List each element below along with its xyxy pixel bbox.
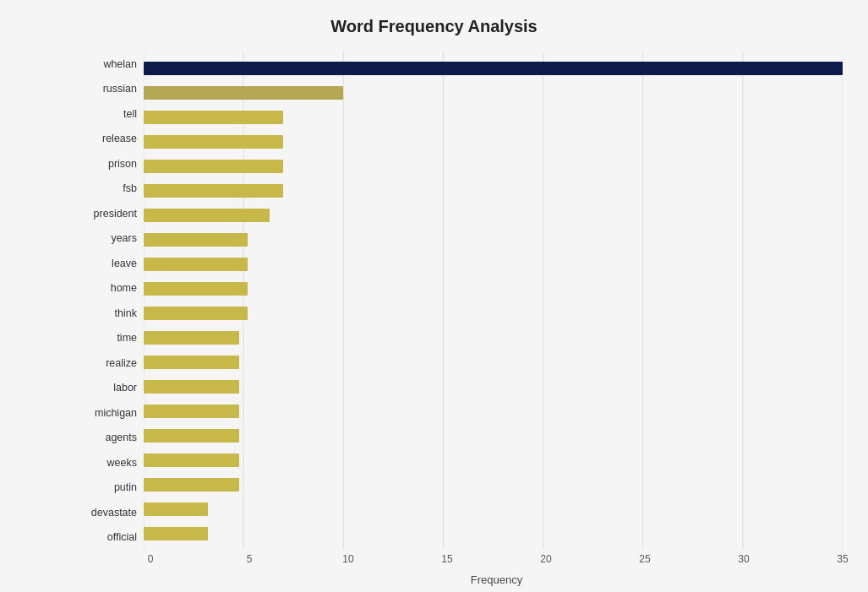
bar-item-fsb [144,182,843,199]
bar-item-tell [144,109,843,126]
y-label-leave: leave [76,258,137,269]
y-label-fsb: fsb [76,183,137,194]
chart-container: Word Frequency Analysis whelanrussiantel… [0,0,868,592]
bar-item-years [144,231,843,248]
y-label-russian: russian [76,84,137,95]
chart-plot-area [144,52,843,550]
x-tick-30: 30 [738,553,749,565]
bar-item-putin [144,476,843,493]
y-label-home: home [76,283,137,294]
y-label-official: official [76,532,137,543]
bar-fill-think [144,307,248,320]
bar-item-time [144,329,843,346]
y-label-president: president [76,209,137,220]
bar-fill-weeks [144,454,239,467]
bar-fill-agents [144,429,239,443]
x-tick-10: 10 [342,553,353,565]
y-label-think: think [76,308,137,319]
x-tick-20: 20 [540,553,551,565]
bar-fill-michigan [144,405,239,418]
bar-fill-home [144,282,248,296]
bar-fill-putin [144,478,239,492]
x-tick-15: 15 [441,553,452,565]
x-axis: 05101520253035 Frequency [76,553,843,586]
bar-item-weeks [144,452,843,469]
bar-item-prison [144,158,843,175]
bar-fill-tell [144,111,283,124]
x-tick-35: 35 [837,553,848,565]
bar-item-official [144,525,843,542]
x-axis-label: Frequency [150,573,843,586]
bar-fill-time [144,331,239,345]
bar-item-leave [144,256,843,273]
y-axis-labels: whelanrussiantellreleaseprisonfsbpreside… [76,52,144,550]
bar-item-devastate [144,501,843,518]
bar-fill-labor [144,380,239,394]
bar-item-think [144,305,843,322]
y-label-michigan: michigan [76,408,137,419]
bar-item-agents [144,427,843,444]
bar-fill-leave [144,258,248,271]
bar-item-labor [144,378,843,395]
x-tick-5: 5 [247,553,253,565]
y-label-devastate: devastate [76,508,137,519]
bar-item-release [144,133,843,150]
bar-fill-fsb [144,184,283,198]
y-label-years: years [76,233,137,244]
y-label-whelan: whelan [76,59,137,70]
bars-wrapper [144,52,843,550]
bar-fill-release [144,135,283,149]
bar-fill-years [144,233,248,247]
bar-fill-whelan [144,62,843,75]
bar-fill-realize [144,356,239,369]
y-label-weeks: weeks [76,458,137,469]
y-label-agents: agents [76,432,137,443]
y-label-prison: prison [76,159,137,170]
y-label-tell: tell [76,109,137,120]
bar-fill-devastate [144,502,208,516]
bar-fill-russian [144,86,343,100]
bar-fill-official [144,527,208,540]
y-label-release: release [76,133,137,144]
bar-item-whelan [144,60,843,77]
bar-item-realize [144,354,843,371]
chart-title: Word Frequency Analysis [25,17,843,36]
y-label-labor: labor [76,383,137,394]
bar-item-president [144,207,843,224]
bar-item-home [144,280,843,297]
y-label-realize: realize [76,358,137,369]
bar-item-russian [144,84,843,101]
bar-fill-president [144,209,270,222]
y-label-time: time [76,333,137,344]
x-tick-0: 0 [148,553,154,565]
bar-fill-prison [144,160,283,173]
y-label-putin: putin [76,482,137,493]
bar-item-michigan [144,403,843,420]
x-tick-25: 25 [639,553,650,565]
